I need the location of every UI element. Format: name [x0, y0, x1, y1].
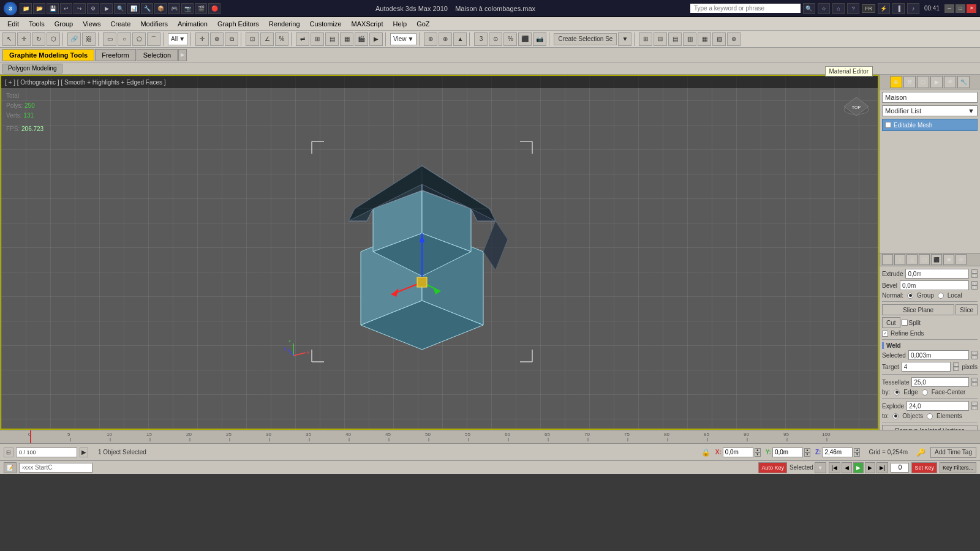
y-up[interactable]: ▲	[804, 448, 810, 452]
move-btn[interactable]: ✛	[17, 32, 31, 46]
extra-btn6[interactable]: %	[503, 32, 517, 46]
tess-down[interactable]: ▼	[971, 382, 978, 386]
extrude-up[interactable]: ▲	[971, 269, 978, 274]
tess-face-radio[interactable]	[922, 389, 928, 395]
named-sel4[interactable]: ▥	[683, 32, 696, 46]
tb-icon-2[interactable]: 📂	[33, 3, 45, 14]
material-editor-btn[interactable]: ▦	[340, 32, 353, 46]
tab-polygon-modeling[interactable]: Polygon Modeling	[2, 64, 62, 73]
z-input[interactable]	[822, 448, 853, 457]
object-name-field[interactable]	[882, 92, 978, 103]
named-sel5[interactable]: ▦	[698, 32, 711, 46]
tess-edge-radio[interactable]	[894, 389, 900, 395]
tb-icon-1[interactable]: 📁	[20, 3, 32, 14]
tb-icon-5[interactable]: ⚙	[87, 3, 99, 14]
pivot-btn[interactable]: ⊕	[210, 32, 224, 46]
play-button[interactable]: ▶	[853, 462, 864, 473]
menu-help[interactable]: Help	[388, 17, 412, 30]
slice-plane-button[interactable]: Slice Plane	[882, 304, 954, 315]
filter-dropdown[interactable]: All ▼	[168, 33, 188, 45]
named-sel2[interactable]: ⊟	[654, 32, 667, 46]
weld-down[interactable]: ▼	[971, 355, 978, 359]
menu-tools[interactable]: Tools	[24, 17, 50, 30]
extra-btn3[interactable]: ▲	[453, 32, 467, 46]
tb-icon-9[interactable]: 🔧	[141, 3, 153, 14]
split-checkbox[interactable]	[902, 320, 908, 326]
z-up[interactable]: ▲	[854, 448, 860, 452]
extra-btn4[interactable]: 3	[474, 32, 488, 46]
zoom-btn[interactable]: ⧉	[225, 32, 238, 46]
cut-button[interactable]: Cut	[882, 317, 900, 328]
explode-down[interactable]: ▼	[971, 406, 978, 410]
goto-start-button[interactable]: |◀	[829, 462, 840, 473]
x-input[interactable]	[723, 448, 753, 457]
extrude-input[interactable]	[905, 269, 969, 279]
tab-selection[interactable]: Selection	[137, 49, 178, 61]
extra-btn8[interactable]: 📷	[533, 32, 546, 46]
explode-up[interactable]: ▲	[971, 402, 978, 406]
menu-views[interactable]: Views	[78, 17, 105, 30]
bevel-up[interactable]: ▲	[971, 281, 978, 285]
close-button[interactable]: ✕	[967, 4, 976, 13]
named-sel7[interactable]: ⊕	[727, 32, 741, 46]
props-icon-extra2[interactable]: ⟳	[956, 254, 967, 265]
set-key-button[interactable]: Set Key	[911, 462, 937, 473]
tb-icon-11[interactable]: 🎮	[168, 3, 180, 14]
menu-customize[interactable]: Customize	[305, 17, 347, 30]
y-down[interactable]: ▼	[804, 452, 810, 457]
csel-arrow[interactable]: ▼	[618, 32, 631, 46]
modifier-editable-mesh[interactable]: ✓ Editable Mesh	[882, 119, 978, 131]
props-icon-face[interactable]: △	[907, 254, 918, 265]
menu-rendering[interactable]: Rendering	[264, 17, 305, 30]
props-icon-elem[interactable]: ⬛	[931, 254, 942, 265]
lasso-sel[interactable]: ⌒	[147, 32, 160, 46]
tb-icon-6[interactable]: ▶	[100, 3, 113, 14]
tess-up[interactable]: ▲	[971, 378, 978, 382]
menu-modifiers[interactable]: Modifiers	[135, 17, 173, 30]
tb-icon-8[interactable]: 📊	[127, 3, 140, 14]
search-input[interactable]	[690, 4, 801, 13]
target-down[interactable]: ▼	[953, 367, 959, 371]
render-btn[interactable]: ▶	[369, 32, 383, 46]
extra-btn1[interactable]: ⊕	[424, 32, 437, 46]
snap-btn[interactable]: ⊡	[246, 32, 259, 46]
create-selection-button[interactable]: Create Selection Se	[554, 33, 617, 45]
modifier-list-dropdown[interactable]: Modifier List ▼	[882, 105, 978, 116]
normal-group-radio[interactable]	[907, 293, 913, 299]
menu-edit[interactable]: Edit	[2, 17, 24, 30]
props-icon-edge[interactable]: /	[894, 254, 905, 265]
extrude-down[interactable]: ▼	[971, 274, 978, 278]
home-icon[interactable]: ⌂	[832, 3, 845, 14]
extra-btn7[interactable]: ⬛	[518, 32, 532, 46]
circle-sel[interactable]: ○	[118, 32, 131, 46]
props-icon-extra1[interactable]: ✱	[943, 254, 954, 265]
named-sel3[interactable]: ▤	[668, 32, 682, 46]
tab-expand-arrow[interactable]: ▶	[178, 49, 187, 61]
explode-input[interactable]	[907, 401, 969, 411]
frame-input[interactable]	[891, 463, 909, 473]
prev-frame-button[interactable]: ◀	[842, 462, 852, 473]
unlink-btn[interactable]: ⛓	[82, 32, 96, 46]
slice-button[interactable]: Slice	[956, 304, 978, 315]
extra-btn2[interactable]: ⊕	[439, 32, 452, 46]
tb-icon-14[interactable]: 🔴	[208, 3, 221, 14]
tb-icon-13[interactable]: 🎬	[195, 3, 207, 14]
rect-sel[interactable]: ▭	[103, 32, 116, 46]
tb-icon-redo[interactable]: ↪	[74, 3, 86, 14]
rp-icon-create[interactable]: ⊕	[890, 76, 902, 88]
console-toggle[interactable]: 📝	[4, 462, 17, 473]
rp-icon-hierarchy[interactable]: ⬡	[917, 76, 929, 88]
star-icon[interactable]: ☆	[818, 3, 830, 14]
y-input[interactable]	[772, 448, 803, 457]
menu-group[interactable]: Group	[50, 17, 78, 30]
rp-icon-motion[interactable]: ▶	[930, 76, 943, 88]
tessellate-input[interactable]	[911, 377, 969, 387]
weld-selected-input[interactable]	[908, 350, 969, 360]
render-scene[interactable]: 🎬	[355, 32, 368, 46]
props-icon-poly[interactable]: ⬡	[919, 254, 930, 265]
extra-btn5[interactable]: ⊙	[489, 32, 502, 46]
viewport-gizmo[interactable]: TOP	[841, 94, 872, 125]
status-toggle[interactable]: ⊟	[4, 448, 13, 457]
tb-icon-10[interactable]: 📦	[154, 3, 167, 14]
named-sel6[interactable]: ▧	[712, 32, 726, 46]
